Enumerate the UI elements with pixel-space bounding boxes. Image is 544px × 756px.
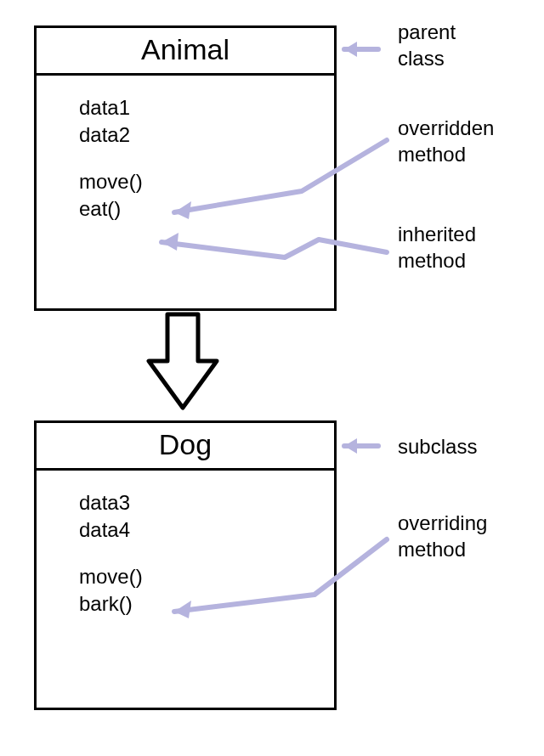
parent-class-title: Animal — [37, 28, 334, 76]
inherited-label-l1: inherited — [398, 223, 476, 245]
subclass-label: subclass — [398, 433, 477, 460]
parent-data1: data1 — [79, 94, 326, 121]
overriding-label: overriding method — [398, 510, 487, 562]
svg-marker-1 — [344, 42, 357, 57]
child-method-move: move() — [79, 563, 326, 590]
parent-data2: data2 — [79, 121, 326, 149]
child-class-body: data3 data4 move() bark() — [37, 471, 334, 627]
parent-class-label: parent class — [398, 19, 456, 71]
child-data4: data4 — [79, 516, 326, 544]
overriding-label-l2: method — [398, 538, 466, 561]
parent-class-box: Animal data1 data2 move() eat() — [34, 25, 337, 311]
child-class-title: Dog — [37, 423, 334, 471]
overridden-label-l1: overridden — [398, 116, 494, 139]
overridden-label-l2: method — [398, 143, 466, 166]
parent-method-move: move() — [79, 168, 326, 195]
svg-marker-5 — [344, 438, 357, 454]
child-data3: data3 — [79, 489, 326, 516]
parent-class-label-l2: class — [398, 47, 445, 70]
inherited-label-l2: method — [398, 249, 466, 272]
inheritance-arrow-icon — [149, 314, 217, 408]
inherited-label: inherited method — [398, 221, 476, 274]
parent-method-eat: eat() — [79, 195, 326, 223]
child-class-box: Dog data3 data4 move() bark() — [34, 420, 337, 710]
overriding-label-l1: overriding — [398, 511, 487, 534]
parent-class-label-l1: parent — [398, 20, 456, 43]
child-method-bark: bark() — [79, 590, 326, 618]
overridden-label: overridden method — [398, 115, 494, 167]
parent-class-arrow-icon — [344, 42, 378, 57]
subclass-arrow-icon — [344, 438, 378, 454]
parent-class-body: data1 data2 move() eat() — [37, 76, 334, 232]
